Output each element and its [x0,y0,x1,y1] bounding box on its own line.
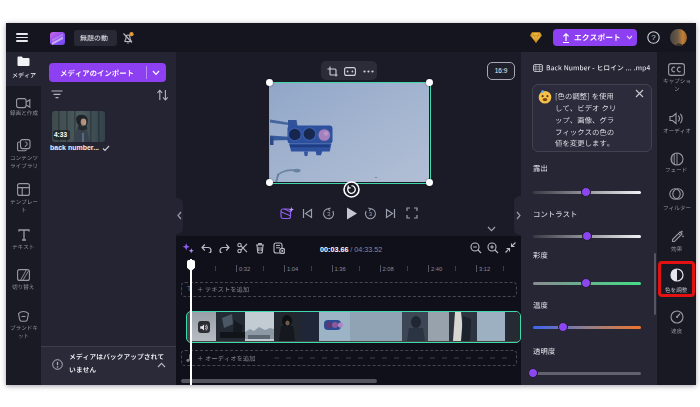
svg-text:3: 3 [327,211,331,217]
svg-text:3: 3 [369,211,373,217]
svg-text:?: ? [651,33,656,42]
